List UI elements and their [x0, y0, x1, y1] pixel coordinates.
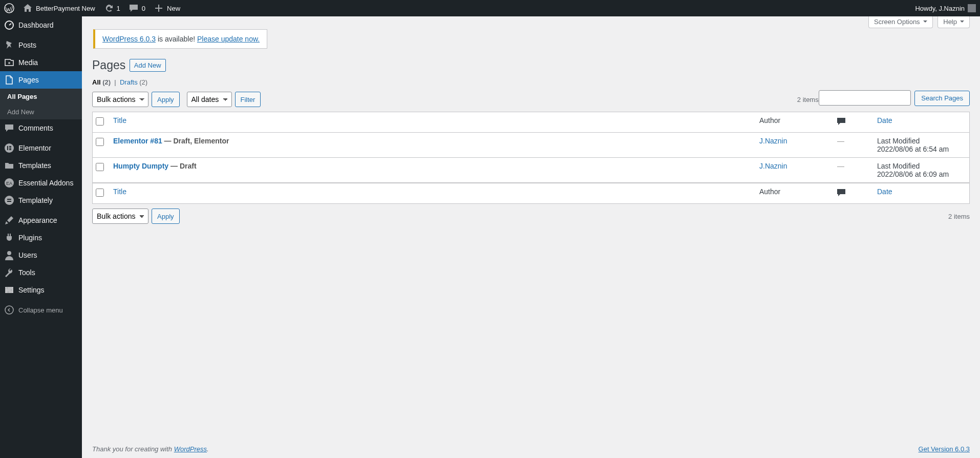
site-name[interactable]: BetterPayment New [18, 0, 99, 16]
menu-essential-addons[interactable]: Essential Addons [0, 174, 82, 192]
menu-plugins[interactable]: Plugins [0, 229, 82, 246]
col-author: Author [754, 112, 831, 133]
search-input[interactable] [819, 90, 911, 106]
items-count: 2 items [797, 96, 819, 103]
status-filters: All (2) | Drafts (2) [92, 78, 970, 86]
submenu-label: All Pages [7, 93, 37, 100]
site-name-label: BetterPayment New [36, 5, 95, 12]
col-author-bottom: Author [754, 183, 831, 203]
menu-appearance[interactable]: Appearance [0, 212, 82, 229]
row-title-link[interactable]: Humpty Dumpty [113, 162, 168, 170]
table-row: Humpty Dumpty — Draft J.Naznin — Last Mo… [93, 158, 969, 183]
menu-pages[interactable]: Pages [0, 71, 82, 89]
footer-version-link[interactable]: Get Version 6.0.3 [919, 445, 970, 453]
menu-label: Tools [18, 268, 35, 277]
submenu-all-pages[interactable]: All Pages [0, 89, 82, 104]
my-account[interactable]: Howdy, J.Naznin [911, 0, 980, 16]
menu-dashboard[interactable]: Dashboard [0, 16, 82, 34]
menu-users[interactable]: Users [0, 246, 82, 264]
bulk-actions-select[interactable]: Bulk actions [92, 92, 148, 107]
wp-logo[interactable] [0, 0, 18, 16]
menu-label: Pages [18, 76, 39, 84]
col-title[interactable]: Title [113, 116, 126, 124]
filter-all[interactable]: All (2) [92, 78, 111, 86]
select-all-checkbox[interactable] [96, 117, 104, 126]
admin-menu: Dashboard Posts Media Pages All Pages Ad… [0, 16, 82, 458]
filter-drafts[interactable]: Drafts (2) [120, 78, 147, 86]
row-author-link[interactable]: J.Naznin [759, 162, 787, 170]
page-title: Pages [92, 54, 125, 74]
row-date-value: 2022/08/06 at 6:54 am [877, 145, 949, 153]
apply-button[interactable]: Apply [152, 92, 180, 107]
menu-label: Appearance [18, 216, 57, 224]
screen-options-button[interactable]: Screen Options [868, 16, 933, 28]
screen-meta-links: Screen Options Help [865, 16, 970, 28]
menu-label: Comments [18, 124, 53, 132]
menu-label: Templately [18, 196, 53, 204]
comments[interactable]: 0 [124, 0, 150, 16]
row-date-value: 2022/08/06 at 6:09 am [877, 170, 949, 178]
comments-icon [836, 188, 846, 198]
update-nag-text: is available! [156, 35, 197, 43]
row-comments: — [837, 162, 844, 170]
new-content[interactable]: New [150, 0, 184, 16]
menu-label: Plugins [18, 234, 42, 242]
add-new-button[interactable]: Add New [130, 59, 166, 72]
update-nag-version-link[interactable]: WordPress 6.0.3 [102, 35, 156, 43]
row-title-link[interactable]: Elementor #81 [113, 137, 162, 145]
col-date-bottom[interactable]: Date [877, 188, 892, 196]
menu-media[interactable]: Media [0, 54, 82, 71]
items-count-bottom: 2 items [948, 213, 970, 220]
menu-elementor[interactable]: Elementor [0, 139, 82, 157]
search-box: Search Pages [819, 90, 970, 106]
filter-button[interactable]: Filter [235, 92, 261, 107]
admin-toolbar: BetterPayment New 1 0 New Howdy, J.Nazni… [0, 0, 980, 16]
menu-label: Essential Addons [18, 179, 73, 187]
select-all-checkbox-bottom[interactable] [96, 189, 104, 197]
comments-count: 0 [142, 5, 145, 12]
menu-tools[interactable]: Tools [0, 264, 82, 281]
row-checkbox[interactable] [96, 163, 104, 171]
tablenav-top: Bulk actions Apply All dates Filter 2 it… [92, 90, 819, 109]
updates[interactable]: 1 [99, 0, 124, 16]
post-state: — Draft [168, 162, 196, 170]
avatar [968, 4, 976, 12]
tablenav-bottom: Bulk actions Apply 2 items [92, 207, 970, 225]
new-label: New [167, 5, 180, 12]
menu-label: Media [18, 58, 38, 67]
menu-label: Settings [18, 286, 45, 294]
pages-table: Title Author Date Elementor #81 — Draft,… [92, 112, 970, 204]
col-date[interactable]: Date [877, 116, 892, 124]
howdy-text: Howdy, J.Naznin [915, 5, 965, 12]
menu-label: Dashboard [18, 21, 54, 29]
date-filter-select[interactable]: All dates [187, 92, 232, 107]
row-checkbox[interactable] [96, 138, 104, 146]
menu-templates[interactable]: Templates [0, 157, 82, 174]
bulk-actions-select-bottom[interactable]: Bulk actions [92, 209, 148, 224]
updates-count: 1 [117, 5, 120, 12]
menu-templately[interactable]: Templately [0, 192, 82, 209]
menu-posts[interactable]: Posts [0, 36, 82, 54]
submenu-label: Add New [7, 108, 34, 116]
row-author-link[interactable]: J.Naznin [759, 137, 787, 145]
row-comments: — [837, 137, 844, 145]
collapse-label: Collapse menu [18, 306, 63, 314]
comments-icon [836, 116, 846, 127]
submenu-add-new[interactable]: Add New [0, 104, 82, 119]
update-now-link[interactable]: Please update now. [197, 35, 260, 43]
col-title-bottom[interactable]: Title [113, 188, 126, 196]
footer-wp-link[interactable]: WordPress [174, 445, 207, 453]
table-row: Elementor #81 — Draft, Elementor J.Nazni… [93, 133, 969, 158]
apply-button-bottom[interactable]: Apply [152, 209, 180, 224]
menu-comments[interactable]: Comments [0, 119, 82, 137]
collapse-menu[interactable]: Collapse menu [0, 301, 82, 319]
footer: Thank you for creating with WordPress. G… [82, 438, 980, 458]
menu-label: Templates [18, 161, 51, 170]
update-nag: WordPress 6.0.3 is available! Please upd… [93, 29, 267, 49]
search-pages-button[interactable]: Search Pages [914, 91, 970, 106]
menu-settings[interactable]: Settings [0, 281, 82, 299]
footer-thank: Thank you for creating with [92, 445, 174, 453]
help-button[interactable]: Help [938, 16, 970, 28]
menu-label: Users [18, 251, 37, 259]
post-state: — Draft, Elementor [162, 137, 229, 145]
